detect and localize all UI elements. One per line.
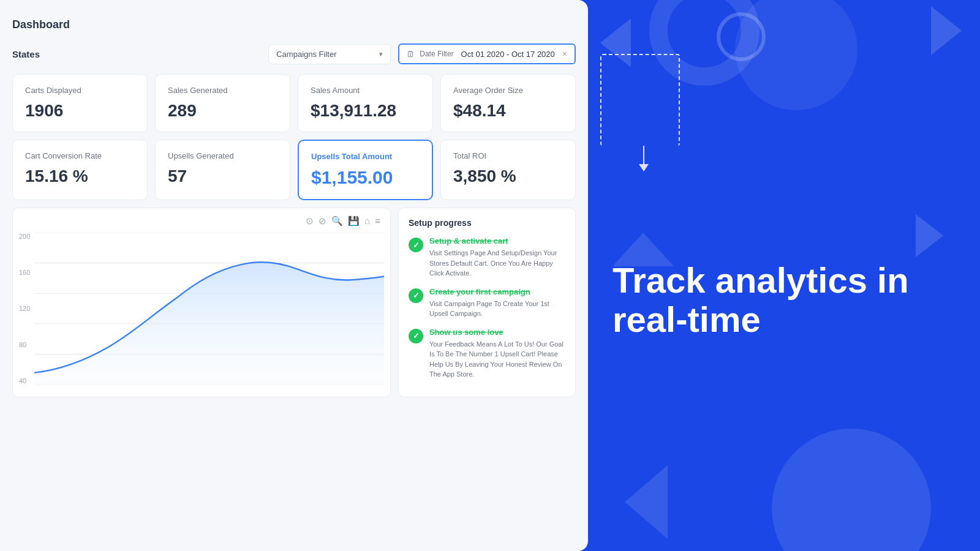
dashboard-panel: Dashboard States Campaigns Filter ▾ 🗓 Da…	[0, 0, 588, 551]
setup-item-title-1: Setup & activate cart	[429, 236, 565, 246]
bg-triangle-bottom-left	[625, 465, 668, 539]
arrow-line	[643, 146, 644, 164]
calendar-icon: 🗓	[407, 50, 415, 59]
bg-circle-bottom-right	[772, 429, 931, 551]
stat-card-roi: Total ROI 3,850 %	[440, 140, 576, 200]
dashed-box	[600, 54, 680, 146]
stat-label-roi: Total ROI	[453, 151, 563, 160]
setup-item-2: Create your first campaign Visit Campaig…	[409, 287, 565, 319]
bg-triangle-mid-right	[916, 214, 943, 257]
chart-y-labels: 200 160 120 80 40	[19, 233, 30, 384]
chart-y-label-200: 200	[19, 233, 30, 240]
stat-label-carts: Carts Displayed	[25, 86, 135, 95]
chart-icon-search[interactable]: 🔍	[331, 216, 343, 227]
chart-icon-zoom-out[interactable]: ⊘	[318, 216, 326, 227]
date-filter-label: Date Filter	[420, 50, 453, 58]
chevron-down-icon: ▾	[379, 50, 383, 58]
arrow-down	[639, 146, 649, 171]
setup-item-title-3: Show us some love	[429, 328, 565, 337]
campaigns-filter-dropdown[interactable]: Campaigns Filter ▾	[268, 44, 391, 64]
setup-progress-panel: Setup progress Setup & activate cart Vis…	[398, 208, 576, 397]
chart-y-label-160: 160	[19, 269, 30, 276]
chart-icon-save[interactable]: 💾	[348, 216, 360, 227]
chart-icon-home[interactable]: ⌂	[364, 216, 370, 227]
stat-value-sales-amt: $13,911.28	[311, 101, 420, 121]
arrow-head	[639, 164, 649, 171]
stat-value-upsells-gen: 57	[168, 167, 277, 186]
setup-check-3	[409, 329, 423, 343]
chart-toolbar: ⊙ ⊘ 🔍 💾 ⌂ ≡	[23, 216, 380, 227]
stat-label-cart-conv: Cart Conversion Rate	[25, 151, 135, 160]
stat-card-carts-displayed: Carts Displayed 1906	[12, 74, 148, 132]
filter-area: Campaigns Filter ▾ 🗓 Date Filter Oct 01 …	[268, 43, 576, 64]
chart-y-label-80: 80	[19, 341, 30, 348]
stat-card-upsells-gen: Upsells Generated 57	[155, 140, 290, 200]
stat-card-avg-order: Average Order Size $48.14	[440, 74, 576, 132]
setup-progress-title: Setup progress	[409, 218, 565, 228]
date-filter-value: Oct 01 2020 - Oct 17 2020	[461, 50, 555, 59]
stat-value-roi: 3,850 %	[453, 167, 563, 186]
chart-icon-zoom-in[interactable]: ⊙	[306, 216, 314, 227]
setup-item-content-3: Show us some love Your Feedback Means A …	[429, 328, 565, 380]
setup-item-1: Setup & activate cart Visit Settings Pag…	[409, 236, 565, 279]
stat-card-cart-conversion: Cart Conversion Rate 15.16 %	[12, 140, 148, 200]
stats-grid-row2: Cart Conversion Rate 15.16 % Upsells Gen…	[12, 140, 576, 200]
chart-icon-menu[interactable]: ≡	[375, 216, 380, 227]
bg-triangle-right	[931, 6, 962, 55]
setup-item-3: Show us some love Your Feedback Means A …	[409, 328, 565, 380]
setup-item-content-2: Create your first campaign Visit Campaig…	[429, 287, 565, 319]
dashboard-title: Dashboard	[12, 18, 576, 31]
stat-card-sales-generated: Sales Generated 289	[155, 74, 290, 132]
campaigns-filter-label: Campaigns Filter	[276, 50, 336, 59]
setup-check-2	[409, 288, 423, 303]
states-label: States	[12, 49, 40, 59]
setup-item-desc-2: Visit Campaign Page To Create Your 1st U…	[429, 299, 565, 319]
stat-value-cart-conv: 15.16 %	[25, 167, 135, 186]
stat-label-avg-order: Average Order Size	[453, 86, 563, 95]
chart-svg-container	[34, 233, 384, 384]
setup-item-desc-3: Your Feedback Means A Lot To Us! Our Goa…	[429, 339, 565, 380]
stat-label-sales-amt: Sales Amount	[311, 86, 420, 95]
promo-text: Track analytics in real-time	[612, 261, 956, 339]
stat-card-upsells-total: Upsells Total Amount $1,155.00	[298, 140, 433, 200]
bg-circle-mid	[717, 12, 766, 61]
chart-area: ⊙ ⊘ 🔍 💾 ⌂ ≡ 200 160 120 80 40	[12, 208, 391, 397]
stat-card-sales-amount: Sales Amount $13,911.28	[298, 74, 433, 132]
bg-triangle-mid-left	[612, 233, 674, 266]
date-filter-close-icon[interactable]: ×	[562, 49, 567, 59]
date-filter[interactable]: 🗓 Date Filter Oct 01 2020 - Oct 17 2020 …	[398, 43, 576, 64]
stats-grid-row1: Carts Displayed 1906 Sales Generated 289…	[12, 74, 576, 132]
stat-label-sales-gen: Sales Generated	[168, 86, 277, 95]
setup-item-desc-1: Visit Settings Page And Setup/Design You…	[429, 248, 565, 279]
stat-value-avg-order: $48.14	[453, 101, 563, 121]
setup-check-1	[409, 238, 423, 252]
stat-value-carts: 1906	[25, 101, 135, 121]
setup-item-title-2: Create your first campaign	[429, 287, 565, 296]
stat-value-sales-gen: 289	[168, 101, 277, 121]
stat-label-upsells-gen: Upsells Generated	[168, 151, 277, 160]
promo-panel: Track analytics in real-time	[588, 0, 980, 551]
setup-item-content-1: Setup & activate cart Visit Settings Pag…	[429, 236, 565, 279]
chart-y-label-40: 40	[19, 377, 30, 384]
stat-value-upsells-total: $1,155.00	[311, 167, 420, 188]
stat-label-upsells-total: Upsells Total Amount	[311, 152, 420, 161]
chart-y-label-120: 120	[19, 305, 30, 312]
bottom-section: ⊙ ⊘ 🔍 💾 ⌂ ≡ 200 160 120 80 40	[12, 208, 576, 397]
states-header: States Campaigns Filter ▾ 🗓 Date Filter …	[12, 43, 576, 64]
